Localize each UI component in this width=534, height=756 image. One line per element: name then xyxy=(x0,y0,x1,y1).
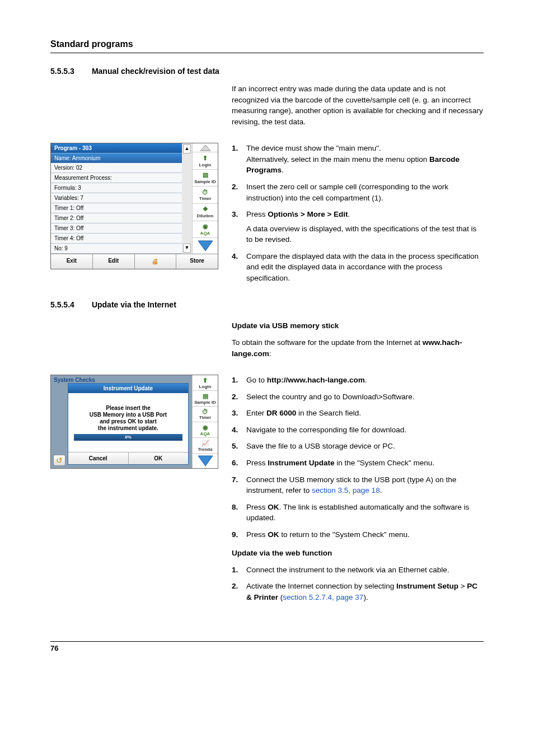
timer-icon: ⏱ xyxy=(202,189,208,195)
list-item: Variables: 7 xyxy=(51,193,182,203)
step-item: 7.Connect the USB memory stick to the US… xyxy=(232,474,484,496)
edit-button[interactable]: Edit xyxy=(93,254,135,269)
login-icon: ⬆ xyxy=(203,377,208,384)
bottom-nav-icon[interactable] xyxy=(192,454,218,468)
link-section-3-5[interactable]: section 3.5, page 18 xyxy=(312,486,380,494)
prog-name-row: Name: Ammonium xyxy=(51,153,182,163)
trends-icon: 📈 xyxy=(202,440,209,447)
print-button[interactable]: 🖨 xyxy=(135,254,177,269)
login-button[interactable]: ⬆Login xyxy=(192,152,218,170)
section-heading-2: 5.5.5.4 Update via the Internet xyxy=(50,300,484,309)
footer-rule xyxy=(50,641,484,642)
exit-button[interactable]: Exit xyxy=(51,254,93,269)
scroll-up-icon[interactable]: ▲ xyxy=(183,144,191,153)
back-button[interactable]: ↺ xyxy=(53,455,65,466)
list-item: Timer 3: Off xyxy=(51,223,182,234)
dialog-buttons: Cancel OK xyxy=(68,452,188,464)
subhead-usb: Update via USB memory stick xyxy=(232,320,484,332)
dialog-body: Please insert the USB Memory into a USB … xyxy=(68,393,188,452)
instrument-update-screenshot: System Checks ↺ Instrument Update Please… xyxy=(50,375,218,469)
step-item: 3.Enter DR 6000 in the Search field. xyxy=(232,408,484,419)
system-checks-label: System Checks xyxy=(54,377,95,383)
prog-title: Program - 303 xyxy=(51,143,182,153)
sample-id-button[interactable]: ▤Sample ID xyxy=(192,391,218,407)
timer-icon: ⏱ xyxy=(202,408,208,415)
timer-button[interactable]: ⏱Timer xyxy=(192,186,218,204)
page-number: 76 xyxy=(50,644,484,652)
page-footer: 76 xyxy=(50,641,484,652)
trends-button[interactable]: 📈Trends xyxy=(192,438,218,454)
section-title-1: Manual check/revision of test data xyxy=(92,67,219,76)
list-item: Timer 4: Off xyxy=(51,234,182,244)
step-item: 8.Press OK. The link is established auto… xyxy=(232,502,484,524)
step-item: 3. Press Option\s > More > Edit. A data … xyxy=(232,209,484,245)
subhead-web: Update via the web function xyxy=(232,548,484,559)
store-button[interactable]: Store xyxy=(176,254,218,269)
cancel-button[interactable]: Cancel xyxy=(68,452,129,464)
side-toolbar-2: ⬆Login ▤Sample ID ⏱Timer ◉AQA 📈Trends xyxy=(192,375,218,468)
step-item: 9.Press OK to return to the "System Chec… xyxy=(232,529,484,540)
sec1-intro: If an incorrect entry was made during th… xyxy=(232,83,484,127)
top-nav-icon[interactable] xyxy=(192,143,218,152)
aqa-icon: ◉ xyxy=(203,223,208,230)
step-item: 1.Connect the instrument to the network … xyxy=(232,564,484,576)
page-header-title: Standard programs xyxy=(50,39,484,49)
link-section-5-2-7-4[interactable]: section 5.2.7.4, page 37 xyxy=(283,593,363,601)
step-item: 5.Save the file to a USB storage device … xyxy=(232,441,484,452)
header-rule xyxy=(50,53,484,53)
sec1-steps: 1. The device must show the "main menu".… xyxy=(232,143,484,283)
sample-id-icon: ▤ xyxy=(203,171,208,179)
bottom-nav-icon[interactable] xyxy=(192,238,218,254)
section-heading-1: 5.5.5.3 Manual check/revision of test da… xyxy=(50,67,484,76)
step-item: 2.Insert the zero cell or sample cell (c… xyxy=(232,181,484,203)
aqa-button[interactable]: ◉AQA xyxy=(192,221,218,239)
printer-icon: 🖨 xyxy=(152,258,158,265)
sec2-steps2: 1.Connect the instrument to the network … xyxy=(232,564,484,603)
scrollbar[interactable]: ▲ ▼ xyxy=(182,143,192,254)
aqa-button[interactable]: ◉AQA xyxy=(192,422,218,438)
login-icon: ⬆ xyxy=(203,155,208,162)
aqa-icon: ◉ xyxy=(203,424,208,431)
step-item: 1. The device must show the "main menu".… xyxy=(232,143,484,176)
progress-bar: 0% xyxy=(74,434,182,441)
timer-button[interactable]: ⏱Timer xyxy=(192,407,218,422)
side-toolbar: ⬆Login ▤Sample ID ⏱Timer ❖Dilution ◉AQA xyxy=(192,143,218,254)
svg-marker-1 xyxy=(198,241,213,251)
sample-id-button[interactable]: ▤Sample ID xyxy=(192,170,218,187)
svg-marker-0 xyxy=(200,145,210,151)
scroll-down-icon[interactable]: ▼ xyxy=(183,244,191,253)
list-item: No: 9 xyxy=(51,244,182,254)
list-item: Timer 2: Off xyxy=(51,213,182,223)
update-dialog: Instrument Update Please insert the USB … xyxy=(68,383,189,465)
list-item: Version: 02 xyxy=(51,163,182,173)
list-item: Formula: 3 xyxy=(51,183,182,193)
section-number-1: 5.5.5.3 xyxy=(50,67,90,76)
sec2-steps: 1.Go to http://www.hach-lange.com. 2.Sel… xyxy=(232,375,484,540)
dialog-title: Instrument Update xyxy=(68,384,188,393)
step-item: 6.Press Instrument Update in the "System… xyxy=(232,458,484,469)
sub1-text: To obtain the software for the update fr… xyxy=(232,337,484,359)
step-item: 4.Compare the displayed data with the da… xyxy=(232,251,484,284)
step-item: 2. Activate the Internet connection by s… xyxy=(232,581,484,603)
ok-button[interactable]: OK xyxy=(129,452,189,464)
sample-id-icon: ▤ xyxy=(203,393,208,400)
dilution-button[interactable]: ❖Dilution xyxy=(192,204,218,221)
list-item: Measurement Process: xyxy=(51,173,182,183)
step-item: 4.Navigate to the corresponding file for… xyxy=(232,424,484,436)
login-button[interactable]: ⬆Login xyxy=(192,375,218,391)
svg-marker-2 xyxy=(198,456,213,466)
step-item: 1.Go to http://www.hach-lange.com. xyxy=(232,375,484,386)
list-item: Timer 1: Off xyxy=(51,203,182,213)
step-item: 2.Select the country and go to Download\… xyxy=(232,391,484,403)
program-list-screenshot: Program - 303 Name: Ammonium Version: 02… xyxy=(50,143,218,269)
section-number-2: 5.5.5.4 xyxy=(50,300,90,309)
section-title-2: Update via the Internet xyxy=(92,300,176,309)
dilution-icon: ❖ xyxy=(203,206,208,213)
bottom-button-bar: Exit Edit 🖨 Store xyxy=(51,254,218,269)
